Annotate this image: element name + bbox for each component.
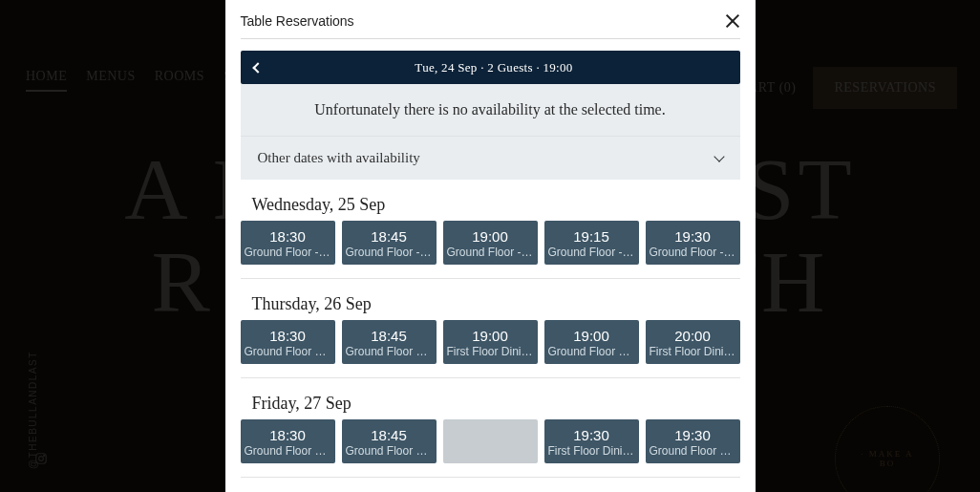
- slot-area: Ground Floor - P…: [548, 246, 635, 259]
- modal-header: Table Reservations: [225, 0, 756, 38]
- slot-time: 19:00: [548, 328, 635, 344]
- time-slot[interactable]: 18:45Ground Floor - P…: [342, 221, 437, 265]
- slot-time: 20:00: [650, 328, 736, 344]
- time-slot-empty: [443, 419, 538, 463]
- slot-time: 18:30: [245, 328, 331, 344]
- modal-title: Table Reservations: [241, 13, 354, 29]
- slot-time: 18:30: [245, 427, 331, 443]
- time-slot[interactable]: 19:15Ground Floor - P…: [544, 221, 639, 265]
- slot-area: Ground Floor Pu…: [548, 345, 635, 358]
- day-label: Thursday, 26 Sep: [241, 289, 740, 320]
- slot-area: Ground Floor - P…: [346, 246, 433, 259]
- slot-time: 19:30: [650, 427, 736, 443]
- time-slot[interactable]: 18:30Ground Floor Pu…: [241, 320, 335, 364]
- slot-time: 19:00: [447, 328, 534, 344]
- reservation-summary-text: Tue, 24 Sep · 2 Guests · 19:00: [262, 60, 727, 75]
- slot-time: 18:30: [245, 228, 331, 245]
- time-slot[interactable]: 20:00First Floor Dinin…: [646, 320, 740, 364]
- time-slot[interactable]: 19:00Ground Floor Pu…: [544, 320, 639, 364]
- reservations-modal: Table Reservations Tue, 24 Sep · 2 Guest…: [225, 0, 756, 492]
- slot-time: 19:00: [447, 228, 534, 245]
- slot-area: Ground Floor Pu…: [650, 444, 736, 458]
- day-block: Wednesday, 25 Sep18:30Ground Floor - P…1…: [241, 180, 740, 279]
- time-slot[interactable]: 19:00Ground Floor - P…: [443, 221, 538, 265]
- slot-area: Ground Floor Pu…: [346, 345, 433, 358]
- time-slot[interactable]: 18:30Ground Floor - P…: [241, 221, 335, 265]
- reservation-summary-bar: Tue, 24 Sep · 2 Guests · 19:00: [241, 51, 740, 84]
- slot-time: 18:45: [346, 328, 433, 344]
- slot-time: 18:45: [346, 427, 433, 443]
- modal-overlay: Table Reservations Tue, 24 Sep · 2 Guest…: [0, 0, 980, 492]
- slot-area: First Floor Dinin…: [548, 444, 635, 458]
- day-block: Friday, 27 Sep18:30Ground Floor Pu…18:45…: [241, 378, 740, 478]
- slot-area: First Floor Dinin…: [650, 345, 736, 358]
- slot-area: Ground Floor - P…: [447, 246, 534, 259]
- slot-time: 19:30: [548, 427, 635, 443]
- time-slot[interactable]: 18:45Ground Floor Pu…: [342, 419, 437, 463]
- time-slot[interactable]: 19:00First Floor Dinin…: [443, 320, 538, 364]
- other-dates-label: Other dates with availability: [258, 150, 420, 166]
- slot-area: Ground Floor - P…: [650, 246, 736, 259]
- modal-body: Tue, 24 Sep · 2 Guests · 19:00 Unfortuna…: [225, 39, 756, 483]
- slot-time: 18:45: [346, 228, 433, 245]
- time-slot[interactable]: 19:30First Floor Dinin…: [544, 419, 639, 463]
- slot-row: 18:30Ground Floor Pu…18:45Ground Floor P…: [241, 419, 740, 467]
- time-slot[interactable]: 19:30Ground Floor Pu…: [646, 419, 740, 463]
- day-label: Wednesday, 25 Sep: [241, 189, 740, 221]
- day-label: Friday, 27 Sep: [241, 388, 740, 419]
- day-block: Thursday, 26 Sep18:30Ground Floor Pu…18:…: [241, 279, 740, 378]
- slot-time: 19:15: [548, 228, 635, 245]
- slot-area: Ground Floor - P…: [245, 246, 331, 259]
- time-slot[interactable]: 19:30Ground Floor - P…: [646, 221, 740, 265]
- slot-area: Ground Floor Pu…: [245, 345, 331, 358]
- day-block: Saturday, 28 Sep15:3015:3021:0021:15: [241, 478, 740, 483]
- slot-row: 18:30Ground Floor - P…18:45Ground Floor …: [241, 221, 740, 268]
- no-availability-message: Unfortunately there is no availability a…: [241, 84, 740, 136]
- slot-area: Ground Floor Pu…: [245, 444, 331, 458]
- slot-area: Ground Floor Pu…: [346, 444, 433, 458]
- chevron-down-icon: [714, 151, 724, 161]
- close-icon[interactable]: [725, 13, 740, 29]
- time-slot[interactable]: 18:30Ground Floor Pu…: [241, 419, 335, 463]
- slot-row: 18:30Ground Floor Pu…18:45Ground Floor P…: [241, 320, 740, 368]
- time-slot[interactable]: 18:45Ground Floor Pu…: [342, 320, 437, 364]
- other-dates-toggle[interactable]: Other dates with availability: [241, 136, 740, 180]
- slot-time: 19:30: [650, 228, 736, 245]
- slot-area: First Floor Dinin…: [447, 345, 534, 358]
